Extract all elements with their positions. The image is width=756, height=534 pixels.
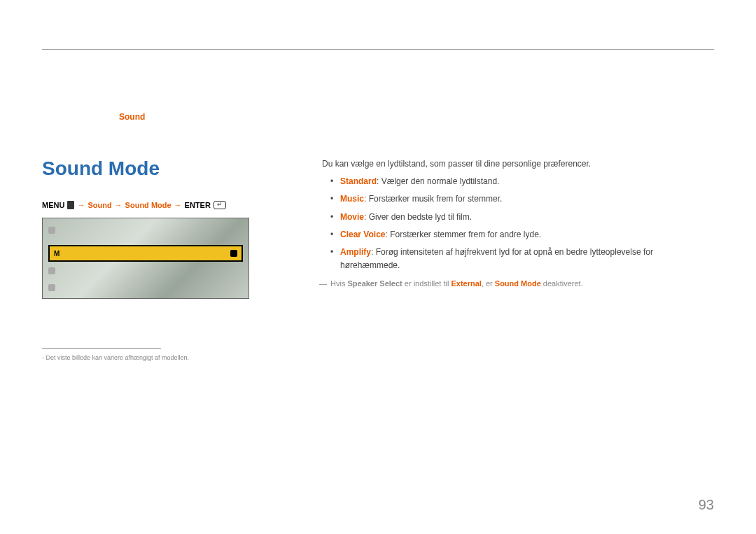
note-post: deaktiveret.: [541, 279, 583, 288]
arrow-icon: →: [77, 201, 85, 209]
list-item: Standard: Vælger den normale lydtilstand…: [330, 175, 714, 188]
note-orange: Sound Mode: [495, 279, 541, 288]
header-rule: [42, 49, 714, 50]
intro-text: Du kan vælge en lydtilstand, som passer …: [322, 157, 714, 171]
arrow-icon: →: [115, 201, 122, 209]
row-icon: [48, 284, 55, 291]
tv-screenshot: M: [42, 218, 249, 299]
left-column: Sound Mode MENU → Sound → Sound Mode → E…: [42, 157, 259, 361]
footnote-content: Det viste billede kan variere afhængigt …: [46, 354, 190, 361]
mode-label: Standard: [340, 176, 377, 186]
mode-label: Clear Voice: [340, 230, 385, 239]
menu-path: MENU → Sound → Sound Mode → ENTER: [42, 201, 259, 209]
mode-list: Standard: Vælger den normale lydtilstand…: [322, 175, 714, 272]
right-column: Du kan vælge en lydtilstand, som passer …: [322, 157, 714, 361]
note-bold: Speaker Select: [347, 279, 402, 288]
footnote-text: - Det viste billede kan variere afhængig…: [42, 354, 259, 361]
note-mid: , er: [482, 279, 495, 288]
list-item: Movie: Giver den bedste lyd til film.: [330, 211, 714, 224]
arrow-icon: →: [174, 201, 182, 209]
mode-label: Amplify: [340, 247, 371, 257]
footnote-rule: [42, 348, 161, 349]
screenshot-row: [48, 227, 55, 234]
mode-desc: : Forøg intensiteten af højfrekvent lyd …: [340, 247, 653, 270]
list-item: Clear Voice: Forstærker stemmer frem for…: [330, 228, 714, 241]
screenshot-row: [48, 284, 55, 291]
menu-icon: [67, 201, 74, 209]
menu-label: MENU: [42, 201, 64, 209]
note-mid: er indstillet til: [402, 279, 451, 288]
row-icon: [48, 267, 55, 274]
content-columns: Sound Mode MENU → Sound → Sound Mode → E…: [42, 157, 714, 361]
mode-desc: : Giver den bedste lyd til film.: [364, 212, 472, 222]
row-icon: [48, 227, 55, 234]
note-pre: Hvis: [330, 279, 347, 288]
path-step-sound-mode: Sound Mode: [125, 201, 172, 209]
mode-label: Movie: [340, 212, 364, 222]
path-step-sound: Sound: [88, 201, 111, 209]
enter-label: ENTER: [185, 201, 211, 209]
list-item: Amplify: Forøg intensiteten af højfrekve…: [330, 246, 714, 272]
mode-desc: : Vælger den normale lydtilstand.: [377, 176, 499, 186]
mode-desc: : Forstærker stemmer frem for andre lyde…: [385, 230, 541, 239]
page-number: 93: [699, 497, 714, 513]
mode-label: Music: [340, 194, 364, 204]
screenshot-row: [48, 267, 55, 274]
screenshot-highlight-row: M: [48, 245, 243, 262]
hand-icon: [230, 250, 237, 257]
list-item: Music: Forstærker musik frem for stemmer…: [330, 192, 714, 206]
section-title: Sound Mode: [42, 157, 259, 180]
highlight-label: M: [54, 250, 59, 258]
mode-desc: : Forstærker musik frem for stemmer.: [364, 194, 502, 204]
chapter-label: Sound: [119, 112, 145, 122]
note-orange: External: [451, 279, 481, 288]
enter-icon: [214, 201, 226, 209]
manual-page: Sound Sound Mode MENU → Sound → Sound Mo…: [0, 0, 756, 534]
note-line: Hvis Speaker Select er indstillet til Ex…: [322, 278, 714, 290]
